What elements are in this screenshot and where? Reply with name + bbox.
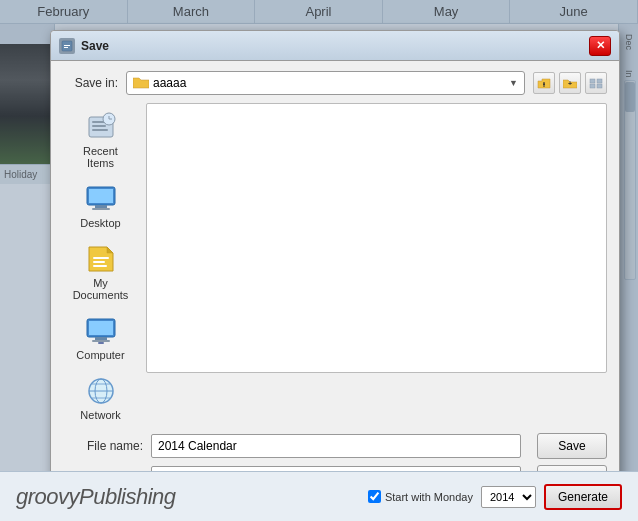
dialog-body: Save in: aaaaa ▼ [51,61,619,501]
desktop-label: Desktop [80,217,120,229]
svg-rect-23 [95,337,107,340]
svg-rect-20 [93,265,107,267]
new-folder-button[interactable]: + [559,72,581,94]
bottom-bar: groovyPublishing Start with Monday 2014 … [0,471,638,521]
svg-rect-11 [92,125,106,127]
dialog-title-text: Save [81,39,109,53]
svg-rect-7 [590,84,595,88]
bottom-controls: Start with Monday 2014 Generate [368,484,622,510]
save-in-toolbar: + [533,72,607,94]
file-name-row: File name: Save [63,433,607,459]
dialog-main: Recent Items Desktop [63,103,607,425]
start-with-monday-text: Start with Monday [385,491,473,503]
dialog-sidebar: Recent Items Desktop [63,103,138,425]
svg-rect-1 [64,45,70,46]
recent-items-icon [85,111,117,143]
svg-rect-15 [89,189,113,203]
computer-icon [85,315,117,347]
save-button[interactable]: Save [537,433,607,459]
save-in-arrow: ▼ [509,78,518,88]
svg-rect-8 [597,84,602,88]
sidebar-item-desktop[interactable]: Desktop [67,179,135,233]
start-with-monday-checkbox[interactable] [368,490,381,503]
desktop-icon [85,183,117,215]
my-documents-label: My Documents [71,277,131,301]
svg-rect-17 [92,208,110,210]
svg-rect-16 [95,205,107,208]
sidebar-item-mydocs[interactable]: My Documents [67,239,135,305]
svg-rect-25 [98,342,104,344]
dialog-titlebar: Save ✕ [51,31,619,61]
start-with-monday-label: Start with Monday [368,490,473,503]
file-name-label: File name: [63,439,143,453]
save-in-label: Save in: [63,76,118,90]
svg-rect-6 [597,79,602,83]
file-name-input[interactable] [151,434,521,458]
recent-items-label: Recent Items [71,145,131,169]
svg-rect-19 [93,261,105,263]
svg-rect-18 [93,257,109,259]
navigate-up-button[interactable] [533,72,555,94]
sidebar-item-network[interactable]: Network [67,371,135,425]
dialog-title-icon [59,38,75,54]
dialog-title-left: Save [59,38,109,54]
generate-button[interactable]: Generate [544,484,622,510]
svg-rect-2 [64,47,68,48]
computer-label: Computer [76,349,124,361]
sidebar-item-recent[interactable]: Recent Items [67,107,135,173]
svg-rect-12 [92,129,108,131]
svg-text:+: + [568,80,572,87]
svg-rect-24 [92,340,110,342]
network-label: Network [80,409,120,421]
file-browse-area[interactable] [146,103,607,373]
brand-text: groovyPublishing [16,484,176,510]
save-in-dropdown[interactable]: aaaaa ▼ [126,71,525,95]
save-in-row: Save in: aaaaa ▼ [63,71,607,95]
save-dialog: Save ✕ Save in: aaaaa ▼ [50,30,620,502]
dialog-close-button[interactable]: ✕ [589,36,611,56]
svg-rect-22 [89,321,113,335]
svg-rect-5 [590,79,595,83]
year-dropdown[interactable]: 2014 [481,486,536,508]
my-documents-icon [85,243,117,275]
save-in-value: aaaaa [153,76,186,90]
network-icon [85,375,117,407]
save-in-folder-icon: aaaaa [133,76,186,90]
sidebar-item-computer[interactable]: Computer [67,311,135,365]
view-options-button[interactable] [585,72,607,94]
save-cancel-buttons: Save [537,433,607,459]
